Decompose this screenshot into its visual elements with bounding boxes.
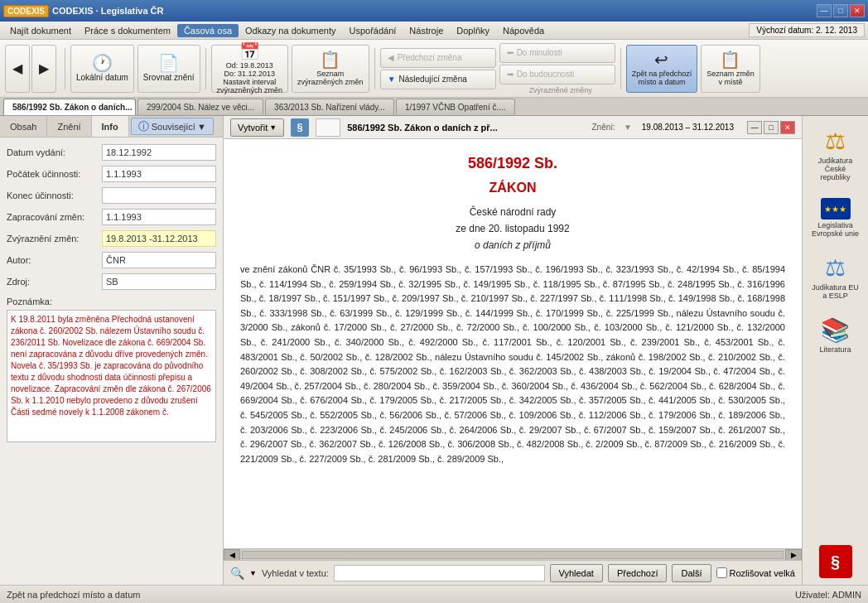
right-sidebar: ⚖ Judikatura České republiky ★★★ Legisla…: [802, 116, 868, 585]
return-icon: ↩: [654, 51, 668, 68]
info-content: Datum vydání: 18.12.1992 Počátek účinnos…: [0, 137, 223, 585]
sep1: [65, 48, 65, 89]
eu-stars-icon: ★★★: [824, 205, 846, 214]
list-icon: 📋: [320, 51, 340, 68]
zneni-dropdown-icon: ▼: [624, 123, 632, 132]
doc-tab-0[interactable]: 586/1992 Sb. Zákon o daních...: [3, 99, 136, 115]
minulost-group: ⬅ Do minulosti ➡ Do budoucnosti Zvýrazně…: [499, 43, 615, 94]
field-konec: Konec účinnosti:: [7, 187, 216, 204]
doc-tab-3[interactable]: 1/1997 VČNB Opatření č....: [396, 99, 515, 115]
doc-viewer[interactable]: 586/1992 Sb. ZÁKON České národní rady ze…: [224, 139, 802, 548]
tab-info[interactable]: Info: [92, 116, 129, 137]
nastavit-interval-button[interactable]: 📅 Od: 19.8.2013 Do: 31.12.2013 Nastavit …: [211, 45, 289, 93]
dropdown-icon: ▼: [197, 122, 206, 132]
value-datum-vydani: 18.12.1992: [102, 144, 216, 161]
lokalni-datum-button[interactable]: 🕐 Lokální datum: [70, 45, 134, 93]
title-bar: CODEXIS CODEXIS · Legislativa ČR — □ ✕: [0, 0, 868, 22]
doc-subtitle1: České národní rady: [240, 205, 785, 219]
related-icon: ⓘ: [138, 119, 149, 134]
doc-body: ve znění zákonů ČNR č. 35/1993 Sb., č. 9…: [240, 263, 785, 466]
srovnat-zneni-button[interactable]: 📄 Srovnat znění: [137, 45, 200, 93]
sep3: [374, 48, 375, 89]
date-range: 19.08.2013 – 31.12.2013: [642, 123, 734, 132]
doc-minimize-button[interactable]: —: [747, 121, 762, 134]
doc-close-button[interactable]: ✕: [780, 121, 795, 134]
changes-icon: 📋: [720, 51, 740, 68]
menu-nastroje[interactable]: Nástroje: [403, 24, 450, 37]
search-zoom-icon[interactable]: 🔍: [230, 567, 244, 580]
do-minulosti-button[interactable]: ⬅ Do minulosti: [499, 43, 615, 63]
zneni-label: Znění:: [592, 123, 615, 132]
tab-zneni[interactable]: Znění: [47, 116, 91, 137]
eu-flag: ★★★: [821, 198, 851, 219]
search-label: Vyhledat v textu:: [262, 568, 329, 578]
nasledujici-zmena-button[interactable]: ▼ Následující změna: [380, 70, 496, 89]
codexis-logo-button[interactable]: §: [819, 545, 852, 578]
menu-usporadani[interactable]: Uspořádání: [342, 24, 403, 37]
search-bar: 🔍 ▼ Vyhledat v textu: Vyhledat Předchozí…: [224, 560, 802, 585]
scales-icon: ⚖: [825, 128, 846, 155]
value-zdroj: SB: [102, 273, 216, 290]
law-icon: §: [831, 552, 840, 572]
status-right: Uživatel: ADMIN: [795, 590, 861, 600]
horizontal-scrollbar[interactable]: ◀ ▶: [224, 548, 802, 560]
window-controls: — □ ✕: [817, 4, 865, 17]
find-button[interactable]: Vyhledat: [550, 564, 603, 582]
center-panel: Vytvořit ▼ § 586/1992 Sb. Zákon o daních…: [224, 116, 802, 585]
date-badge: Výchozí datum: 2. 12. 2013: [749, 23, 865, 37]
value-pocatek: 1.1.1993: [102, 166, 216, 182]
prev-button[interactable]: Předchozí: [608, 564, 668, 582]
seznam-zmen-button[interactable]: 📋 Seznam změnv místě: [701, 45, 760, 93]
compare-icon: 📄: [158, 55, 179, 71]
judikatura-cr-button[interactable]: ⚖ Judikatura České republiky: [806, 123, 866, 186]
doc-tab-2[interactable]: 363/2013 Sb. Nařízení vlády...: [265, 99, 394, 115]
scroll-left-button[interactable]: ◀: [224, 549, 240, 561]
seznam-zvyraznenych-button[interactable]: 📋 Seznamzvýrazněných změn: [292, 45, 369, 93]
menu-casova-osa[interactable]: Časová osa: [177, 24, 239, 37]
menu-napoveda[interactable]: Nápověda: [496, 24, 551, 37]
back-button[interactable]: ◀: [5, 45, 30, 93]
clock-icon: 🕐: [92, 55, 113, 71]
literatura-button[interactable]: 📚 Literatura: [806, 311, 866, 359]
close-button[interactable]: ✕: [850, 4, 865, 17]
predchozi-zmena-button[interactable]: ◀ Předchozí změna: [380, 48, 496, 68]
legislativa-eu-button[interactable]: ★★★ Legislativa Evropské unie: [806, 193, 866, 243]
status-bar: Zpět na předchozí místo a datum Uživatel…: [0, 585, 868, 603]
main-layout: Obsah Znění Info ⓘ Související ▼ Datum v…: [0, 116, 868, 585]
notes-section: Poznámka: K 19.8.2011 byla změněna Přech…: [7, 297, 216, 442]
menu-doplnky[interactable]: Doplňky: [450, 24, 496, 37]
judikatura-eu-button[interactable]: ⚖ Judikatura EU a ESLP: [806, 249, 866, 305]
value-zvyrazneni: 19.8.2013 -31.12.2013: [102, 230, 216, 247]
field-datum-vydani: Datum vydání: 18.12.1992: [7, 144, 216, 161]
toolbar: ◀ ▶ 🕐 Lokální datum 📄 Srovnat znění 📅 Od…: [0, 40, 868, 98]
search-input[interactable]: [334, 565, 545, 581]
menu-najit[interactable]: Najít dokument: [3, 24, 78, 37]
case-sensitive-checkbox[interactable]: [716, 567, 727, 578]
tab-souvisejici[interactable]: ⓘ Související ▼: [131, 118, 214, 135]
doc-header: Vytvořit ▼ § 586/1992 Sb. Zákon o daních…: [224, 116, 802, 139]
menu-odkazy[interactable]: Odkazy na dokumenty: [239, 24, 342, 37]
maximize-button[interactable]: □: [833, 4, 848, 17]
nav-arrows: ◀ ▶: [5, 45, 56, 93]
search-dropdown-icon[interactable]: ▼: [249, 569, 257, 577]
doc-tab-1[interactable]: 299/2004 Sb. Nález ve věci...: [137, 99, 263, 115]
menu-prace[interactable]: Práce s dokumentem: [78, 24, 177, 37]
notes-text[interactable]: K 19.8.2011 byla změněna Přechodná ustan…: [7, 310, 216, 442]
field-autor: Autor: ČNR: [7, 252, 216, 268]
tab-obsah[interactable]: Obsah: [0, 116, 47, 137]
scroll-right-button[interactable]: ▶: [785, 549, 802, 561]
doc-number: 586/1992 Sb.: [240, 152, 785, 175]
vytvorit-button[interactable]: Vytvořit ▼: [230, 118, 284, 137]
app-title: CODEXIS · Legislativa ČR: [52, 6, 817, 16]
next-button[interactable]: Další: [672, 564, 711, 582]
forward-button[interactable]: ▶: [31, 45, 56, 93]
do-budoucnosti-button[interactable]: ➡ Do budoucnosti: [499, 65, 615, 84]
past-arrow-icon: ⬅: [507, 48, 514, 57]
notes-label: Poznámka:: [7, 297, 216, 306]
par-input[interactable]: [316, 118, 340, 137]
doc-type: ZÁKON: [240, 178, 785, 198]
minimize-button[interactable]: —: [817, 4, 832, 17]
zpet-button[interactable]: ↩ Zpět na předchozímísto a datum: [626, 45, 698, 93]
zmeny-group: ◀ Předchozí změna ▼ Následující změna: [380, 48, 496, 89]
doc-maximize-button[interactable]: □: [764, 121, 779, 134]
